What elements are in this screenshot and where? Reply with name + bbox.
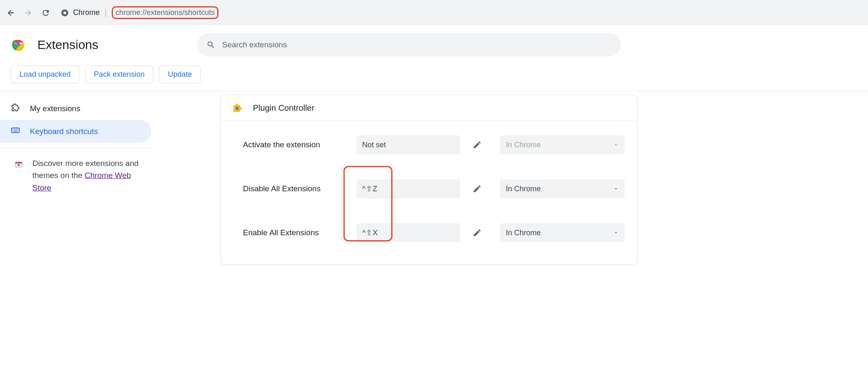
- shortcut-row: Enable All Extensions ^⇧X In Chrome: [233, 211, 625, 255]
- update-button[interactable]: Update: [159, 66, 201, 83]
- svg-rect-6: [16, 129, 17, 130]
- site-label: Chrome: [73, 8, 100, 17]
- browser-toolbar: Chrome chrome://extensions/shortcuts: [0, 0, 868, 26]
- shortcut-table: Activate the extension Not set In Chrome…: [221, 121, 637, 265]
- card-title: Plugin Controller: [253, 103, 314, 113]
- plugin-icon: [232, 102, 243, 113]
- chevron-down-icon: [613, 186, 619, 192]
- reload-button[interactable]: [40, 7, 51, 19]
- chevron-down-icon: [613, 142, 619, 148]
- sidebar-item-keyboard-shortcuts[interactable]: Keyboard shortcuts: [0, 120, 151, 143]
- svg-rect-4: [13, 129, 14, 130]
- main-content: Plugin Controller Activate the extension…: [154, 91, 868, 276]
- arrow-left-icon: [6, 8, 15, 17]
- search-icon: [206, 40, 216, 49]
- load-unpacked-button[interactable]: Load unpacked: [11, 66, 79, 83]
- chrome-site-icon: [61, 9, 69, 17]
- shortcut-label: Enable All Extensions: [233, 228, 346, 237]
- edit-shortcut-button[interactable]: [470, 182, 484, 196]
- scope-select: In Chrome: [500, 135, 625, 154]
- sidebar-item-my-extensions[interactable]: My extensions: [0, 97, 154, 120]
- reload-icon: [41, 8, 50, 17]
- svg-rect-5: [14, 129, 15, 130]
- sidebar-promo: Discover more extensions and themes on t…: [0, 156, 154, 195]
- svg-rect-10: [15, 162, 22, 163]
- webstore-icon: [14, 159, 23, 168]
- svg-point-12: [235, 107, 239, 110]
- svg-point-1: [64, 11, 66, 14]
- extension-shortcut-card: Plugin Controller Activate the extension…: [220, 95, 638, 265]
- shortcut-value-field[interactable]: ^⇧X: [356, 223, 460, 242]
- forward-button[interactable]: [22, 7, 34, 19]
- search-input[interactable]: [222, 40, 612, 49]
- edit-shortcut-button[interactable]: [470, 138, 484, 152]
- promo-text: Discover more extensions and themes on t…: [32, 157, 140, 194]
- shortcut-label: Disable All Extensions: [233, 184, 346, 193]
- scope-select[interactable]: In Chrome: [500, 223, 625, 242]
- shortcut-value-field[interactable]: ^⇧Z: [356, 179, 460, 198]
- pack-extension-button[interactable]: Pack extension: [85, 66, 153, 83]
- shortcut-label: Activate the extension: [233, 140, 346, 149]
- address-bar[interactable]: Chrome chrome://extensions/shortcuts: [57, 5, 863, 21]
- svg-rect-7: [17, 129, 18, 130]
- arrow-right-icon: [24, 8, 33, 17]
- shortcut-row: Activate the extension Not set In Chrome: [233, 123, 625, 167]
- chevron-down-icon: [613, 230, 619, 236]
- svg-rect-3: [12, 128, 19, 133]
- back-button[interactable]: [5, 7, 17, 19]
- sidebar-item-label: Keyboard shortcuts: [30, 127, 98, 136]
- scope-select[interactable]: In Chrome: [500, 179, 625, 198]
- svg-rect-8: [13, 131, 17, 132]
- shortcut-row: Disable All Extensions ^⇧Z In Chrome: [233, 167, 625, 211]
- puzzle-icon: [11, 103, 20, 114]
- keyboard-icon: [11, 126, 20, 137]
- shortcut-value-field[interactable]: Not set: [356, 135, 460, 154]
- edit-shortcut-button[interactable]: [470, 226, 484, 240]
- pencil-icon: [473, 140, 482, 149]
- sidebar-divider: [0, 148, 154, 148]
- url-separator: [105, 9, 106, 17]
- dev-actions-row: Load unpacked Pack extension Update: [0, 58, 868, 91]
- sidebar-item-label: My extensions: [30, 104, 80, 113]
- page-title: Extensions: [37, 38, 98, 52]
- pencil-icon: [473, 184, 482, 193]
- card-header: Plugin Controller: [221, 95, 637, 121]
- chrome-logo-icon: [11, 37, 26, 52]
- page-header: Extensions: [0, 26, 868, 58]
- pencil-icon: [473, 228, 482, 237]
- url-path: chrome://extensions/shortcuts: [112, 6, 218, 19]
- svg-point-11: [17, 164, 20, 166]
- sidebar: My extensions Keyboard shortcuts Discove…: [0, 91, 154, 276]
- search-box[interactable]: [197, 33, 621, 56]
